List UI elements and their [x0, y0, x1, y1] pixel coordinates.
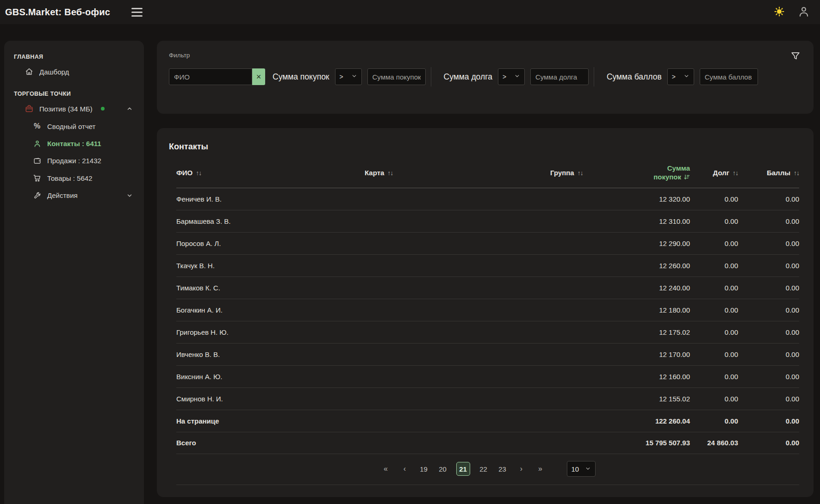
sidebar-item-label: Сводный отчет	[47, 123, 95, 130]
debt-filter-label: Сумма долга	[444, 72, 492, 82]
table-row[interactable]: Смирнов Н. И.12 155.020.000.00	[176, 388, 799, 410]
page-button-19[interactable]: 19	[418, 462, 429, 476]
user-icon	[798, 6, 810, 19]
table-row[interactable]: Бармашева З. В.12 310.000.000.00	[176, 210, 799, 233]
percent-icon: %	[32, 122, 42, 130]
next-page-button[interactable]: ›	[516, 462, 527, 476]
filter-divider	[431, 67, 431, 86]
sun-icon	[774, 6, 785, 18]
column-header-fio[interactable]: ФИО↑↓	[176, 158, 365, 188]
person-icon	[32, 140, 42, 148]
filter-divider	[594, 67, 594, 86]
sidebar-section-stores: ТОРГОВЫЕ ТОЧКИ	[4, 80, 144, 100]
debt-op-select[interactable]: >	[498, 68, 525, 85]
chevron-down-icon	[514, 73, 520, 80]
chevron-down-icon	[585, 465, 591, 473]
sort-both-icon: ↑↓	[794, 169, 799, 177]
chevron-down-icon	[683, 73, 690, 80]
chevron-up-icon	[126, 105, 133, 112]
last-page-button[interactable]: »	[535, 462, 546, 476]
purchases-filter-input[interactable]	[367, 68, 426, 85]
sidebar-item-label: Позитив (34 МБ)	[39, 105, 93, 113]
page-total-row: На странице 122 260.04 0.00 0.00	[176, 410, 799, 432]
page-button-20[interactable]: 20	[437, 462, 448, 476]
briefcase-icon	[25, 104, 34, 113]
topbar: GBS.Market: Веб-офис	[0, 0, 820, 24]
first-page-button[interactable]: «	[380, 462, 391, 476]
table-row[interactable]: Ткачук В. Н.12 260.000.000.00	[176, 255, 799, 277]
sidebar-item-products[interactable]: Товары : 5642	[4, 169, 144, 187]
chevron-down-icon	[126, 192, 133, 199]
sidebar-item-label: Товары : 5642	[47, 174, 92, 182]
online-status-dot	[101, 107, 105, 111]
points-filter-input[interactable]	[700, 68, 758, 85]
points-filter-label: Сумма баллов	[607, 72, 662, 82]
sidebar-section-main: ГЛАВНАЯ	[4, 43, 144, 63]
table-row[interactable]: Ивченко В. В.12 170.000.000.00	[176, 344, 799, 366]
chevron-down-icon	[351, 73, 357, 80]
cart-icon	[32, 174, 42, 182]
table-row[interactable]: Тимаков К. С.12 240.000.000.00	[176, 277, 799, 299]
column-header-purchases-sorted[interactable]: Сумма покупок	[644, 158, 690, 188]
close-icon: ×	[256, 73, 261, 81]
contacts-panel: Контакты ФИО↑↓ Карта↑↓ Группа↑↓	[157, 128, 814, 497]
home-icon	[25, 68, 34, 76]
sidebar-item-store[interactable]: Позитив (34 МБ)	[4, 100, 144, 117]
purchases-op-select[interactable]: >	[335, 68, 362, 85]
page-button-22[interactable]: 22	[478, 462, 489, 476]
previous-page-button[interactable]: ‹	[399, 462, 410, 476]
table-row[interactable]: Григорьев Н. Ю.12 175.020.000.00	[176, 321, 799, 344]
sort-both-icon: ↑↓	[387, 169, 393, 177]
sort-both-icon: ↑↓	[196, 169, 201, 177]
sidebar-item-sales[interactable]: Продажи : 21432	[4, 152, 144, 169]
column-header-points[interactable]: Баллы↑↓	[738, 158, 799, 188]
sidebar-item-dashboard[interactable]: Дашборд	[4, 63, 144, 80]
wrench-icon	[32, 191, 42, 199]
clear-fio-button[interactable]: ×	[252, 68, 265, 85]
page-button-21-active[interactable]: 21	[456, 462, 470, 476]
table-row[interactable]: Богачкин А. И.12 180.000.000.00	[176, 299, 799, 321]
column-header-group[interactable]: Группа↑↓	[550, 158, 644, 188]
funnel-icon[interactable]	[790, 51, 801, 61]
sidebar-item-label: Действия	[47, 191, 78, 199]
sidebar-item-label: Продажи : 21432	[47, 157, 101, 165]
sort-both-icon: ↑↓	[733, 169, 738, 177]
table-title: Контакты	[169, 142, 801, 152]
filter-title: Фильтр	[169, 52, 801, 59]
contacts-table: ФИО↑↓ Карта↑↓ Группа↑↓ Сумма покупок Дол…	[176, 158, 799, 454]
page-button-23[interactable]: 23	[497, 462, 508, 476]
menu-icon[interactable]	[130, 6, 144, 18]
sidebar-item-actions[interactable]: Действия	[4, 187, 144, 204]
wallet-icon	[32, 157, 42, 165]
sort-descending-icon	[683, 173, 690, 182]
table-row[interactable]: Викснин А. Ю.12 160.000.000.00	[176, 366, 799, 388]
sidebar-item-summary-report[interactable]: % Сводный отчет	[4, 117, 144, 135]
purchases-filter-label: Сумма покупок	[273, 72, 329, 82]
debt-filter-input[interactable]	[530, 68, 589, 85]
grand-total-row: Всего 15 795 507.93 24 860.03 0.00	[176, 432, 799, 454]
sidebar-item-label: Контакты : 6411	[47, 140, 101, 148]
sidebar-item-label: Дашборд	[39, 68, 69, 76]
sort-both-icon: ↑↓	[578, 169, 583, 177]
fio-filter-input[interactable]	[169, 68, 252, 85]
main-content: Фильтр × Сумма покупок > Сумма долга	[157, 41, 814, 497]
column-header-debt[interactable]: Долг↑↓	[690, 158, 738, 188]
table-row[interactable]: Поросов А. Л.12 290.000.000.00	[176, 233, 799, 255]
user-menu-button[interactable]	[798, 6, 810, 19]
table-row[interactable]: Феничев И. В.12 320.000.000.00	[176, 188, 799, 210]
column-header-card[interactable]: Карта↑↓	[365, 158, 550, 188]
filter-panel: Фильтр × Сумма покупок > Сумма долга	[157, 41, 814, 114]
sidebar: ГЛАВНАЯ Дашборд ТОРГОВЫЕ ТОЧКИ Позитив (…	[4, 41, 144, 504]
theme-toggle-button[interactable]	[774, 6, 785, 18]
pagination: « ‹ 19 20 21 22 23 › » 10	[176, 454, 799, 485]
app-title: GBS.Market: Веб-офис	[5, 7, 110, 18]
page-size-select[interactable]: 10	[567, 461, 596, 477]
points-op-select[interactable]: >	[667, 68, 694, 85]
sidebar-item-contacts[interactable]: Контакты : 6411	[4, 135, 144, 152]
